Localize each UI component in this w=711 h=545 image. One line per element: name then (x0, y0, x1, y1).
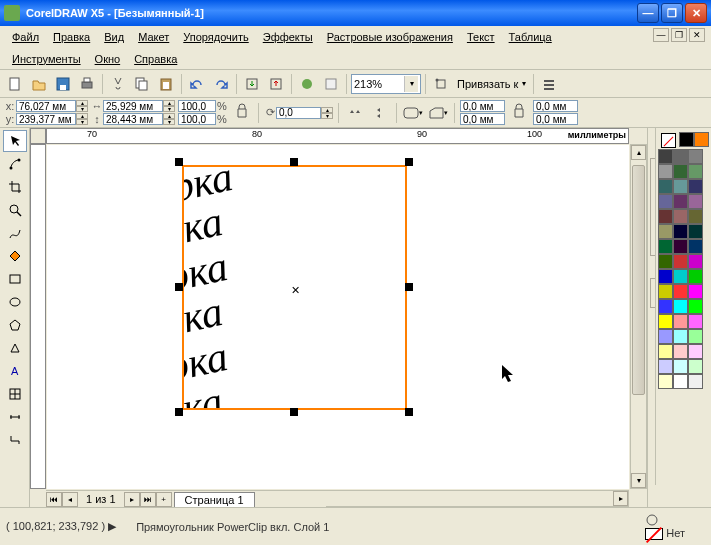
angle-input[interactable] (276, 107, 321, 119)
mdi-close-button[interactable]: ✕ (689, 28, 705, 42)
menu-view[interactable]: Вид (98, 29, 130, 45)
page-add-button[interactable]: + (156, 492, 172, 507)
connector-tool[interactable] (3, 429, 27, 451)
color-swatch[interactable] (688, 209, 703, 224)
color-swatch[interactable] (688, 149, 703, 164)
paste-button[interactable] (155, 73, 177, 95)
color-swatch[interactable] (688, 224, 703, 239)
page-tab-1[interactable]: Страница 1 (174, 492, 255, 507)
color-swatch[interactable] (658, 299, 673, 314)
color-swatch[interactable] (673, 374, 688, 389)
import-button[interactable] (241, 73, 263, 95)
color-swatch[interactable] (688, 299, 703, 314)
scroll-down-button[interactable]: ▾ (631, 473, 646, 488)
color-swatch[interactable] (673, 149, 688, 164)
color-swatch[interactable] (658, 284, 673, 299)
ellipse-tool[interactable] (3, 291, 27, 313)
selection-handle-bm[interactable] (290, 408, 298, 416)
cut-button[interactable] (107, 73, 129, 95)
color-swatch[interactable] (658, 149, 673, 164)
color-swatch[interactable] (673, 299, 688, 314)
color-swatch[interactable] (658, 209, 673, 224)
color-swatch[interactable] (658, 269, 673, 284)
export-button[interactable] (265, 73, 287, 95)
copy-button[interactable] (131, 73, 153, 95)
color-swatch[interactable] (658, 224, 673, 239)
color-swatch[interactable] (658, 374, 673, 389)
color-swatch[interactable] (673, 239, 688, 254)
no-color-swatch-big[interactable] (661, 133, 676, 148)
color-swatch[interactable] (673, 359, 688, 374)
menu-table[interactable]: Таблица (503, 29, 558, 45)
color-swatch[interactable] (688, 344, 703, 359)
menu-file[interactable]: Файл (6, 29, 45, 45)
menu-arrange[interactable]: Упорядочить (177, 29, 254, 45)
color-swatch[interactable] (658, 314, 673, 329)
y-spin-down[interactable]: ▾ (76, 119, 88, 125)
basic-shapes-tool[interactable] (3, 337, 27, 359)
scroll-up-button[interactable]: ▴ (631, 145, 646, 160)
color-swatch[interactable] (673, 329, 688, 344)
vertical-scrollbar[interactable]: ▴ ▾ (630, 144, 647, 489)
color-swatch[interactable] (658, 239, 673, 254)
menu-help[interactable]: Справка (128, 51, 183, 67)
rectangle-tool[interactable] (3, 268, 27, 290)
menu-bitmaps[interactable]: Растровые изображения (321, 29, 459, 45)
scroll-right-button[interactable]: ▸ (613, 491, 628, 506)
text-tool[interactable]: A (3, 360, 27, 382)
color-swatch[interactable] (688, 179, 703, 194)
welcome-button[interactable] (320, 73, 342, 95)
color-swatch[interactable] (688, 374, 703, 389)
height-input[interactable] (103, 113, 163, 125)
selection-handle-ml[interactable] (175, 283, 183, 291)
color-swatch[interactable] (688, 269, 703, 284)
color-swatch[interactable] (658, 179, 673, 194)
lock-ratio-button[interactable] (231, 102, 253, 124)
menu-layout[interactable]: Макет (132, 29, 175, 45)
menu-tools[interactable]: Инструменты (6, 51, 87, 67)
selection-handle-tl[interactable] (175, 158, 183, 166)
fill-indicator[interactable]: Нет (645, 513, 685, 540)
mirror-v-button[interactable] (369, 102, 391, 124)
canvas[interactable]: роверка роверка роверка роверка роверка … (47, 145, 629, 489)
corner-tl-input[interactable] (460, 100, 505, 112)
undo-button[interactable] (186, 73, 208, 95)
table-tool[interactable] (3, 383, 27, 405)
open-button[interactable] (28, 73, 50, 95)
crop-tool[interactable] (3, 176, 27, 198)
redo-button[interactable] (210, 73, 232, 95)
mdi-minimize-button[interactable]: ― (653, 28, 669, 42)
freehand-tool[interactable] (3, 222, 27, 244)
color-swatch[interactable] (673, 284, 688, 299)
color-swatch[interactable] (673, 269, 688, 284)
color-swatch[interactable] (673, 194, 688, 209)
zoom-tool[interactable] (3, 199, 27, 221)
selection-handle-mr[interactable] (405, 283, 413, 291)
snap-toggle-button[interactable] (430, 73, 452, 95)
page-first-button[interactable]: ⏮ (46, 492, 62, 507)
polygon-tool[interactable] (3, 314, 27, 336)
color-swatch[interactable] (688, 194, 703, 209)
color-swatch[interactable] (658, 164, 673, 179)
corner-tr-input[interactable] (533, 100, 578, 112)
zoom-input[interactable] (354, 78, 404, 90)
corner-br-input[interactable] (533, 113, 578, 125)
selection-handle-tm[interactable] (290, 158, 298, 166)
color-swatch[interactable] (688, 329, 703, 344)
options-button[interactable] (538, 73, 560, 95)
menu-edit[interactable]: Правка (47, 29, 96, 45)
selection-handle-bl[interactable] (175, 408, 183, 416)
color-swatch[interactable] (673, 179, 688, 194)
color-swatch[interactable] (688, 164, 703, 179)
page-next-button[interactable]: ▸ (124, 492, 140, 507)
color-swatch[interactable] (688, 359, 703, 374)
color-swatch[interactable] (658, 194, 673, 209)
x-input[interactable] (16, 100, 76, 112)
corner-type-button[interactable]: ▾ (427, 102, 449, 124)
color-swatch[interactable] (658, 344, 673, 359)
color-swatch[interactable] (679, 132, 694, 147)
color-swatch[interactable] (688, 239, 703, 254)
menu-text[interactable]: Текст (461, 29, 501, 45)
y-input[interactable] (16, 113, 76, 125)
color-swatch[interactable] (658, 254, 673, 269)
